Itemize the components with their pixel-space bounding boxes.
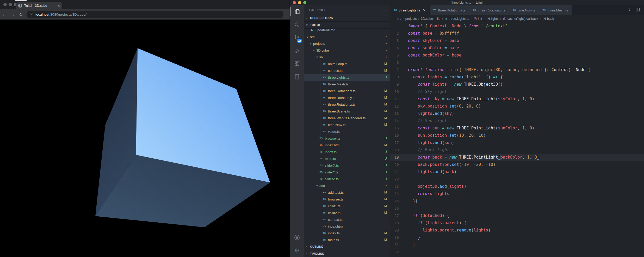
code-line-6[interactable]: 6 xyxy=(390,59,644,66)
settings-gear-icon[interactable]: ⚙ xyxy=(290,244,304,257)
code-line-1[interactable]: 1import { Context, Node } from './contex… xyxy=(390,22,644,30)
tree-item-3D.cube[interactable]: ∨3D.cube● xyxy=(304,47,390,54)
tree-item-updateAll.md[interactable]: ◆updateAll.md xyxy=(304,29,390,33)
split-editor-icon[interactable] xyxy=(635,7,640,13)
tree-item-browser.ts[interactable]: TSbrowser.tsM xyxy=(304,196,390,203)
code-line-4[interactable]: 4const sunColor = base xyxy=(390,44,644,52)
code-line-7[interactable]: 7export function init({ THREE, object3D,… xyxy=(390,66,644,73)
tab-three.Rotation.y.ts[interactable]: TSthree.Rotation.y.ts xyxy=(430,5,469,15)
tree-item-add.test.ts[interactable]: TSadd.test.tsM xyxy=(304,189,390,196)
tree-item-context.ts[interactable]: TScontext.ts xyxy=(304,216,390,223)
code-line-5[interactable]: 5const backColor = base xyxy=(390,52,644,59)
tree-item-time.Now.ts[interactable]: TStime.Now.tsM xyxy=(304,121,390,128)
explorer-icon[interactable] xyxy=(290,5,304,18)
code-line-8[interactable]: 8 const lights = cache('light', () => { xyxy=(390,73,644,81)
code-line-15[interactable]: 15 const sun = new THREE.PointLight(sunC… xyxy=(390,124,644,132)
code-line-29[interactable]: 29 lights.parent.remove(lights) xyxy=(390,227,644,234)
code-line-22[interactable]: 22 xyxy=(390,175,644,183)
breadcrumb-item[interactable]: src xyxy=(397,17,401,21)
browser-minimize-button[interactable] xyxy=(9,3,12,6)
code-line-14[interactable]: 14 // Sun light xyxy=(390,117,644,124)
breadcrumb-item[interactable]: projects xyxy=(405,17,417,21)
code-line-13[interactable]: 13 lights.add(sky) xyxy=(390,110,644,117)
tree-item-index.ts[interactable]: TSindex.tsM xyxy=(304,230,390,236)
workspace-root-section[interactable]: ∨ TUITUI xyxy=(304,22,390,29)
code-line-3[interactable]: 3const skyColor = base xyxy=(390,37,644,44)
back-icon[interactable]: ← xyxy=(0,12,8,17)
breadcrumb-item[interactable]: init xyxy=(473,17,482,21)
tree-item-main.ts[interactable]: TSmain.tsM xyxy=(304,236,390,243)
breadcrumb-item[interactable]: lights xyxy=(486,17,499,21)
search-icon[interactable] xyxy=(290,18,304,31)
tree-item-value.ts[interactable]: TSvalue.ts xyxy=(304,128,390,135)
explorer-more-actions-icon[interactable]: ··· xyxy=(382,8,386,12)
open-changes-icon[interactable] xyxy=(626,7,631,13)
source-control-icon[interactable]: 48 xyxy=(290,31,304,44)
code-line-18[interactable]: 18 // Back light xyxy=(390,146,644,154)
outline-section[interactable]: › OUTLINE xyxy=(304,243,390,250)
code-line-21[interactable]: 21 lights.add(back) xyxy=(390,168,644,175)
code-line-9[interactable]: 9 const lights = new THREE.Object3D() xyxy=(390,81,644,88)
tree-item-three.Rotation.y.ts[interactable]: TSthree.Rotation.y.tsM xyxy=(304,94,390,101)
tree-item-three.Mesh.ts[interactable]: TSthree.Mesh.ts xyxy=(304,81,390,87)
code-editor[interactable]: 1import { Context, Node } from './contex… xyxy=(390,22,644,257)
code-line-23[interactable]: 23 object3D.add(lights) xyxy=(390,183,644,190)
code-line-2[interactable]: 2const base = 0xffffff xyxy=(390,30,644,37)
tree-item-lib[interactable]: ∨lib● xyxy=(304,54,390,60)
code-line-32[interactable]: 32 xyxy=(390,248,644,256)
code-line-27[interactable]: 27 if (detached) { xyxy=(390,212,644,219)
tree-item-three.Rotation.x.ts[interactable]: TSthree.Rotation.x.tsM xyxy=(304,87,390,94)
forward-icon[interactable]: → xyxy=(8,12,17,17)
code-line-31[interactable]: 31 } xyxy=(390,241,644,248)
tree-item-child2.ts[interactable]: TSchild2.tsM xyxy=(304,209,390,216)
timeline-section[interactable]: › TIMELINE xyxy=(304,250,390,257)
code-line-33[interactable]: 33 return { object3D: lights } xyxy=(390,256,644,257)
tree-item-three.WebGLRenderer.ts[interactable]: TSthree.WebGLRenderer.tsM xyxy=(304,115,390,121)
accounts-icon[interactable] xyxy=(290,231,304,244)
code-line-12[interactable]: 12 sky.position.set(0, 20, 0) xyxy=(390,103,644,110)
tree-item-index.ts[interactable]: TSindex.tsU xyxy=(304,148,390,155)
tree-item-main.ts[interactable]: TSmain.tsU xyxy=(304,155,390,162)
tab-three.Mesh.ts[interactable]: TSthree.Mesh.ts xyxy=(539,5,572,15)
code-line-25[interactable]: 25 }) xyxy=(390,197,644,205)
code-line-19[interactable]: 19 const back = new THREE.PointLight(bac… xyxy=(390,154,644,161)
code-line-30[interactable]: 30 } xyxy=(390,234,644,241)
breadcrumb[interactable]: src›projects›3D.cube›lib›TSthree.Lights.… xyxy=(390,15,644,22)
tree-item-src[interactable]: ∨src● xyxy=(304,33,390,40)
browser-close-button[interactable] xyxy=(3,3,7,6)
tree-item-projects[interactable]: ∨projects● xyxy=(304,40,390,47)
code-line-20[interactable]: 20 back.position.set(-10, -20, -10) xyxy=(390,161,644,168)
tree-item-three.Scene.ts[interactable]: TSthree.Scene.tsM xyxy=(304,108,390,115)
tree-item-sliderX.ts[interactable]: TSsliderX.tsU xyxy=(304,162,390,169)
new-tab-button[interactable]: + xyxy=(66,2,69,8)
tree-item-three.Lights.ts[interactable]: TSthree.Lights.tsU xyxy=(304,74,390,81)
code-line-24[interactable]: 24 return lights xyxy=(390,190,644,197)
threejs-cube-canvas[interactable] xyxy=(0,20,290,257)
tree-item-anim.Loop.ts[interactable]: TSanim.Loop.tsM xyxy=(304,60,390,67)
tree-item-index.html[interactable]: <>index.htmlM xyxy=(304,142,390,148)
tree-item-index.html[interactable]: <>index.html xyxy=(304,223,390,230)
vscode-close-button[interactable] xyxy=(293,1,296,4)
code-line-28[interactable]: 28 if (lights.parent) { xyxy=(390,219,644,227)
code-line-26[interactable]: 26 xyxy=(390,205,644,212)
reload-icon[interactable]: ↻ xyxy=(17,12,25,17)
code-line-16[interactable]: 16 sun.position.set(10, 20, 10) xyxy=(390,132,644,139)
tab-three.Rotation.z.ts[interactable]: TSthree.Rotation.z.ts xyxy=(469,5,509,15)
breadcrumb-item[interactable]: TSthree.Lights.ts xyxy=(445,17,469,21)
address-bar[interactable]: i localhost:8080/projects/3D.cube/ xyxy=(27,11,283,18)
tree-item-context.ts[interactable]: TScontext.tsM xyxy=(304,67,390,74)
breadcrumb-item[interactable]: back xyxy=(542,17,554,21)
code-line-10[interactable]: 10 // Sky light xyxy=(390,88,644,95)
notebook-icon[interactable] xyxy=(290,70,304,83)
tab-time.Now.ts[interactable]: TStime.Now.ts xyxy=(509,5,539,15)
tree-item-three.Rotation.z.ts[interactable]: TSthree.Rotation.z.tsM xyxy=(304,101,390,108)
browser-tab[interactable]: S Tuitui - 3D.cube × xyxy=(16,2,62,9)
breadcrumb-item[interactable]: cache('light') callback xyxy=(503,17,538,21)
tree-item-sliderZ.ts[interactable]: TSsliderZ.tsU xyxy=(304,175,390,182)
breadcrumb-item[interactable]: 3D.cube xyxy=(421,17,433,21)
tree-item-browser.ts[interactable]: TSbrowser.tsU xyxy=(304,135,390,142)
open-editors-section[interactable]: › OPEN EDITORS xyxy=(304,15,390,22)
extensions-icon[interactable] xyxy=(290,57,304,70)
site-info-icon[interactable]: i xyxy=(30,13,33,16)
vscode-zoom-button[interactable] xyxy=(303,1,306,4)
